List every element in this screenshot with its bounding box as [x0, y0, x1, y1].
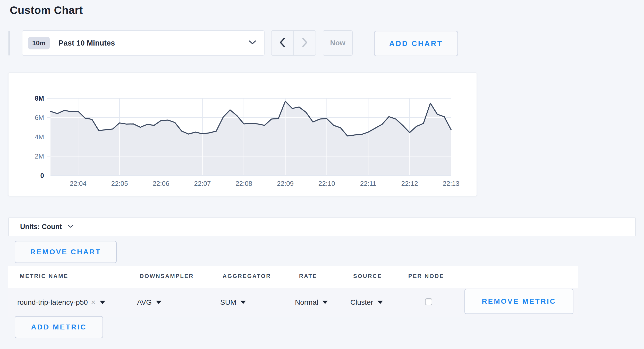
- metrics-table: METRIC NAME DOWNSAMPLER AGGREGATOR RATE …: [8, 266, 578, 317]
- downsampler-dropdown[interactable]: AVG: [137, 288, 162, 317]
- x-tick-label: 22:13: [443, 180, 459, 188]
- x-tick-label: 22:04: [70, 180, 87, 188]
- caret-down-icon: [156, 301, 162, 304]
- chevron-down-icon: [67, 224, 74, 229]
- remove-chart-button[interactable]: REMOVE CHART: [15, 241, 117, 263]
- chevron-right-icon: [302, 38, 308, 48]
- custom-chart-page: Custom Chart 10m Past 10 Minutes Now ADD…: [0, 0, 644, 349]
- x-tick-label: 22:07: [194, 180, 211, 188]
- next-time-button[interactable]: [293, 31, 316, 55]
- time-range-badge: 10m: [28, 37, 50, 49]
- x-tick-label: 22:08: [235, 180, 252, 188]
- caret-down-icon: [322, 301, 328, 304]
- x-tick-label: 22:05: [111, 180, 128, 188]
- caret-down-icon: [240, 301, 246, 304]
- time-nav-group: [271, 30, 316, 56]
- add-chart-button[interactable]: ADD CHART: [374, 31, 458, 56]
- metric-name-dropdown[interactable]: round-trip-latency-p50 ×: [17, 288, 105, 317]
- col-header-rate: RATE: [299, 273, 317, 280]
- units-label: Units: Count: [20, 223, 62, 231]
- units-dropdown[interactable]: Units: Count: [8, 217, 636, 236]
- rate-value: Normal: [295, 298, 318, 307]
- metrics-table-header: METRIC NAME DOWNSAMPLER AGGREGATOR RATE …: [8, 266, 578, 288]
- time-range-label: Past 10 Minutes: [58, 39, 115, 47]
- per-node-checkbox[interactable]: [425, 298, 432, 305]
- x-tick-label: 22:06: [152, 180, 169, 188]
- y-tick-label: 0: [13, 171, 44, 180]
- col-header-aggregator: AGGREGATOR: [223, 273, 271, 280]
- time-range-dropdown[interactable]: 10m Past 10 Minutes: [22, 30, 265, 56]
- chevron-down-icon: [249, 40, 256, 46]
- caret-down-icon: [100, 301, 105, 304]
- y-tick-label: 2M: [13, 152, 44, 160]
- x-tick-label: 22:10: [318, 180, 335, 188]
- metric-row: round-trip-latency-p50 × AVG SUM Normal …: [8, 288, 578, 317]
- aggregator-value: SUM: [220, 298, 236, 307]
- downsampler-value: AVG: [137, 298, 152, 307]
- caret-down-icon: [377, 301, 383, 304]
- toolbar-divider: [9, 31, 10, 56]
- col-header-source: SOURCE: [353, 273, 382, 280]
- prev-time-button[interactable]: [272, 31, 293, 55]
- remove-metric-tag-icon[interactable]: ×: [91, 298, 96, 307]
- metric-name-value: round-trip-latency-p50: [17, 298, 88, 307]
- source-value: Cluster: [350, 298, 373, 307]
- chart-card: 02M4M6M8M 22:0422:0522:0622:0722:0822:09…: [8, 72, 477, 196]
- add-metric-button[interactable]: ADD METRIC: [15, 316, 103, 338]
- x-tick-label: 22:11: [360, 180, 376, 188]
- y-tick-label: 4M: [13, 133, 44, 141]
- page-title: Custom Chart: [10, 4, 83, 16]
- x-tick-label: 22:09: [277, 180, 294, 188]
- aggregator-dropdown[interactable]: SUM: [220, 288, 246, 317]
- now-button[interactable]: Now: [323, 30, 353, 56]
- x-tick-label: 22:12: [401, 180, 418, 188]
- y-tick-label: 6M: [13, 114, 44, 122]
- col-header-downsampler: DOWNSAMPLER: [140, 273, 194, 280]
- col-header-metric-name: METRIC NAME: [20, 273, 68, 280]
- source-dropdown[interactable]: Cluster: [350, 288, 383, 317]
- chart-plot[interactable]: [50, 98, 451, 176]
- chevron-left-icon: [279, 38, 285, 48]
- chart-plot-svg: [50, 98, 451, 176]
- y-tick-label: 8M: [13, 94, 44, 102]
- rate-dropdown[interactable]: Normal: [295, 288, 328, 317]
- col-header-per-node: PER NODE: [408, 273, 444, 280]
- remove-metric-button[interactable]: REMOVE METRIC: [464, 289, 573, 314]
